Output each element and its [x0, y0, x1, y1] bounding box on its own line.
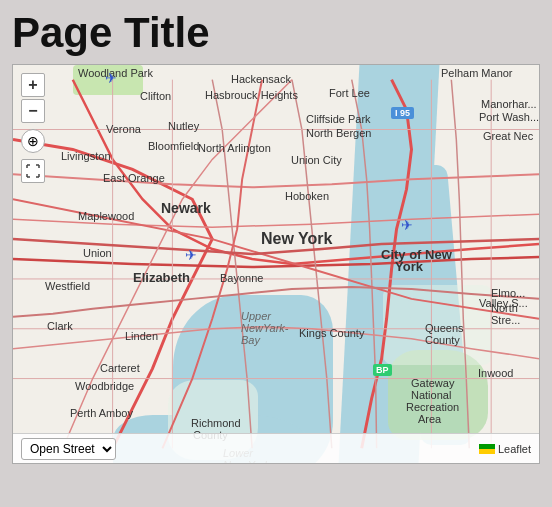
layer-select[interactable]: Open Street Satellite Terrain — [21, 438, 116, 460]
page-container: Page Title — [0, 0, 552, 476]
plane-icon-1: ✈ — [105, 70, 117, 86]
roads-overlay — [13, 65, 539, 463]
plane-icon-2: ✈ — [185, 247, 197, 263]
map-controls: + − ⊕ — [21, 73, 45, 183]
leaflet-label: Leaflet — [498, 443, 531, 455]
i95-badge: I 95 — [391, 107, 414, 119]
leaflet-flag-icon — [479, 444, 495, 454]
compass-button[interactable]: ⊕ — [21, 129, 45, 153]
zoom-in-button[interactable]: + — [21, 73, 45, 97]
map-container: Woodland Park Hackensack Pelham Manor Cl… — [12, 64, 540, 464]
zoom-out-button[interactable]: − — [21, 99, 45, 123]
plane-icon-3: ✈ — [401, 217, 413, 233]
leaflet-badge: Leaflet — [479, 443, 531, 455]
map-footer: Open Street Satellite Terrain Leaflet — [13, 433, 539, 463]
fullscreen-button[interactable] — [21, 159, 45, 183]
page-title: Page Title — [12, 10, 540, 56]
bp-marker: BP — [373, 364, 392, 376]
